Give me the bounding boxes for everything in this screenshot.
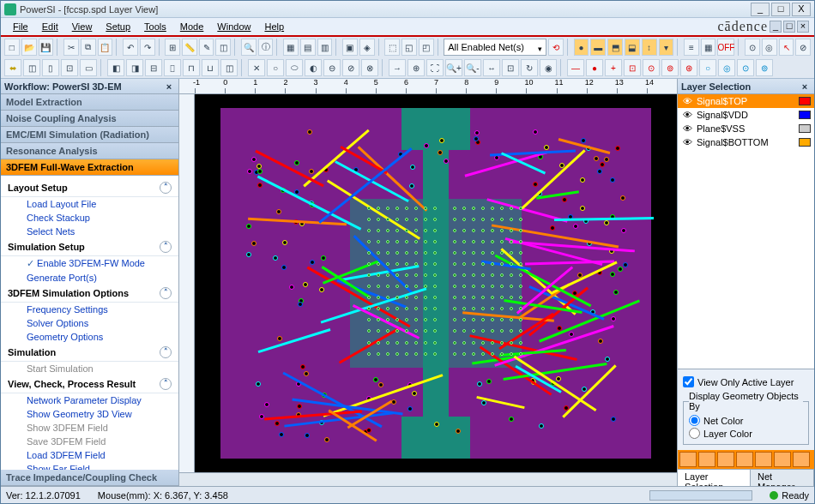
tree-item[interactable]: Show Far Field: [1, 462, 178, 470]
tool-icon[interactable]: →: [389, 59, 406, 76]
layer-tool-icon[interactable]: [736, 452, 753, 467]
layout-canvas[interactable]: [195, 94, 677, 472]
undo-icon[interactable]: ↶: [123, 39, 138, 56]
net-filter-dropdown[interactable]: All Enabled Net(s): [444, 39, 546, 56]
workflow-section[interactable]: 3DFEM Full-Wave Extraction: [1, 159, 178, 176]
tool-icon[interactable]: ⟲: [548, 39, 564, 56]
collapse-icon[interactable]: ˄: [160, 346, 172, 358]
tool-icon[interactable]: ⌷: [164, 59, 181, 76]
tool-icon[interactable]: ▤: [300, 39, 316, 56]
tab-layer-selection[interactable]: Layer Selection: [678, 470, 751, 486]
tool-icon[interactable]: ◉: [540, 59, 557, 76]
tool-icon[interactable]: ▬: [590, 39, 606, 56]
tool-icon[interactable]: ▥: [317, 39, 333, 56]
zoom-in-icon[interactable]: 🔍+: [445, 59, 462, 76]
search-icon[interactable]: 🔍: [241, 39, 257, 56]
refresh-icon[interactable]: ↻: [521, 59, 538, 76]
close-icon[interactable]: ×: [799, 81, 811, 92]
tool-icon[interactable]: ↔: [483, 59, 500, 76]
tool-icon[interactable]: ⊚: [661, 59, 679, 76]
layer-tool-icon[interactable]: [774, 452, 791, 467]
radio-layer-color[interactable]: Layer Color: [689, 428, 803, 439]
tool-icon[interactable]: ▦: [701, 39, 716, 56]
tree-group[interactable]: Layout Setup˄: [1, 179, 178, 197]
color-swatch[interactable]: [799, 138, 811, 147]
layer-tool-icon[interactable]: [755, 452, 772, 467]
tree-item[interactable]: Show 3DFEM Field: [1, 421, 178, 435]
ruler-icon[interactable]: 📏: [182, 39, 197, 56]
tree-group[interactable]: Simulation˄: [1, 344, 178, 362]
color-swatch[interactable]: [799, 97, 811, 105]
tool-icon[interactable]: ⊙: [737, 59, 754, 76]
tool-icon[interactable]: ▾: [659, 39, 674, 56]
collapse-icon[interactable]: ˄: [160, 287, 172, 299]
tool-icon[interactable]: ⬚: [384, 39, 400, 56]
menu-help[interactable]: Help: [257, 21, 291, 32]
save-icon[interactable]: 💾: [39, 39, 54, 56]
new-icon[interactable]: □: [4, 39, 20, 56]
tool-icon[interactable]: ⊙: [745, 39, 760, 56]
color-swatch[interactable]: [799, 124, 811, 133]
tool-icon[interactable]: ⊗: [361, 59, 378, 76]
visibility-icon[interactable]: 👁: [681, 123, 693, 134]
tree-item[interactable]: Generate Port(s): [1, 271, 178, 285]
pointer-icon[interactable]: ↖: [779, 39, 794, 56]
tool-icon[interactable]: ⊡: [61, 59, 78, 76]
menu-setup[interactable]: Setup: [99, 21, 137, 32]
tool-icon[interactable]: +: [605, 59, 622, 76]
tree-item[interactable]: Check Stackup: [1, 211, 178, 225]
tree-group[interactable]: Simulation Setup˄: [1, 238, 178, 256]
tool-icon[interactable]: ●: [574, 39, 589, 56]
info-icon[interactable]: ⓘ: [258, 39, 274, 56]
tool-icon[interactable]: ◱: [401, 39, 417, 56]
tree-item[interactable]: Frequency Settings: [1, 303, 178, 316]
tool-icon[interactable]: ◧: [107, 59, 124, 76]
tool-icon[interactable]: ◐: [305, 59, 322, 76]
collapse-icon[interactable]: ˄: [160, 241, 172, 253]
tool-icon[interactable]: ⬭: [286, 59, 303, 76]
horizontal-scrollbar[interactable]: [179, 472, 677, 486]
tool-icon[interactable]: ⊡: [624, 59, 641, 76]
tree-item[interactable]: Save 3DFEM Field: [1, 435, 178, 448]
tool-icon[interactable]: ⊖: [323, 59, 341, 76]
workflow-section[interactable]: Model Extraction: [1, 94, 178, 111]
tool-icon[interactable]: ▭: [80, 59, 97, 76]
tool-icon[interactable]: ⊙: [643, 59, 660, 76]
layer-tool-icon[interactable]: [793, 452, 810, 467]
radio-net-color[interactable]: Net Color: [689, 415, 803, 426]
tool-icon[interactable]: —: [567, 59, 584, 76]
visibility-icon[interactable]: 👁: [681, 110, 693, 120]
tree-item[interactable]: Show Geometry 3D View: [1, 407, 178, 421]
grid-icon[interactable]: ⊞: [165, 39, 180, 56]
tool-icon[interactable]: ○: [267, 59, 284, 76]
tool-icon[interactable]: ●: [586, 59, 603, 76]
layer-row[interactable]: 👁Plane$VSS: [678, 122, 814, 135]
mdi-minimize-button[interactable]: _: [770, 21, 782, 33]
open-icon[interactable]: 📂: [21, 39, 37, 56]
menu-edit[interactable]: Edit: [35, 21, 65, 32]
tool-icon[interactable]: ⊘: [342, 59, 359, 76]
layer-tool-icon[interactable]: [717, 452, 734, 467]
workflow-section[interactable]: EMC/EMI Simulation (Radiation): [1, 127, 178, 143]
tool-icon[interactable]: ◰: [419, 39, 434, 56]
layer-row[interactable]: 👁Signal$TOP: [678, 94, 814, 108]
tool-icon[interactable]: ◨: [126, 59, 143, 76]
view-only-active-checkbox[interactable]: View Only Active Layer: [683, 376, 809, 387]
redo-icon[interactable]: ↷: [140, 39, 155, 56]
tool-icon[interactable]: ⊚: [756, 59, 773, 76]
tool-icon[interactable]: ⬒: [607, 39, 623, 56]
tool-icon[interactable]: ⬓: [625, 39, 640, 56]
mdi-restore-button[interactable]: □: [783, 21, 795, 33]
mdi-close-button[interactable]: ×: [797, 21, 809, 33]
collapse-icon[interactable]: ˄: [160, 182, 172, 194]
tool-icon[interactable]: ⬌: [4, 59, 21, 76]
layer-row[interactable]: 👁Signal$BOTTOM: [678, 135, 814, 149]
tool-icon[interactable]: ▦: [283, 39, 299, 56]
tool-icon[interactable]: ◫: [215, 39, 231, 56]
visibility-icon[interactable]: 👁: [681, 137, 693, 147]
tool-icon[interactable]: ⊔: [202, 59, 219, 76]
tool-icon[interactable]: ⊟: [145, 59, 162, 76]
tab-net-manager[interactable]: Net Manager: [751, 470, 814, 486]
tool-icon[interactable]: ⊓: [183, 59, 200, 76]
tool-icon[interactable]: ⊡: [502, 59, 519, 76]
